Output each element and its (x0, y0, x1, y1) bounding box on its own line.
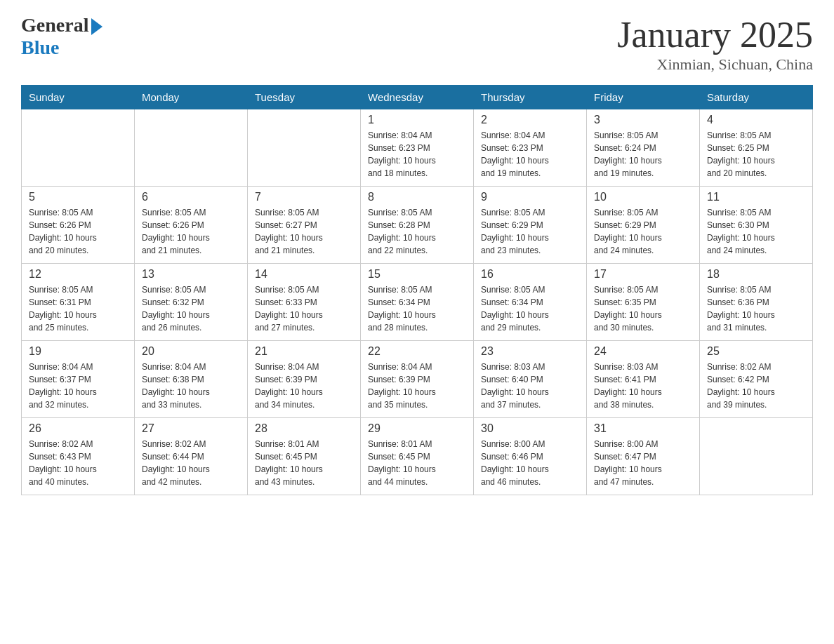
calendar-cell-w4d1: 19Sunrise: 8:04 AM Sunset: 6:37 PM Dayli… (22, 341, 135, 418)
calendar-cell-w4d4: 22Sunrise: 8:04 AM Sunset: 6:39 PM Dayli… (361, 341, 474, 418)
calendar-cell-w5d5: 30Sunrise: 8:00 AM Sunset: 6:46 PM Dayli… (474, 418, 587, 495)
day-number: 22 (368, 345, 466, 358)
logo: General Blue (21, 14, 102, 59)
calendar-cell-w1d1 (22, 109, 135, 187)
calendar-week-2: 5Sunrise: 8:05 AM Sunset: 6:26 PM Daylig… (22, 187, 813, 264)
day-info: Sunrise: 8:04 AM Sunset: 6:23 PM Dayligh… (368, 129, 466, 180)
header-tuesday: Tuesday (248, 86, 361, 109)
day-info: Sunrise: 8:05 AM Sunset: 6:29 PM Dayligh… (481, 206, 579, 257)
day-info: Sunrise: 8:05 AM Sunset: 6:34 PM Dayligh… (368, 283, 466, 334)
day-number: 12 (29, 268, 127, 281)
day-number: 5 (29, 191, 127, 203)
day-info: Sunrise: 8:05 AM Sunset: 6:25 PM Dayligh… (707, 129, 805, 180)
day-info: Sunrise: 8:04 AM Sunset: 6:38 PM Dayligh… (142, 361, 240, 411)
day-info: Sunrise: 8:05 AM Sunset: 6:26 PM Dayligh… (29, 206, 127, 257)
calendar-cell-w5d2: 27Sunrise: 8:02 AM Sunset: 6:44 PM Dayli… (135, 418, 248, 495)
day-number: 10 (594, 191, 692, 203)
day-number: 15 (368, 268, 466, 281)
day-number: 16 (481, 268, 579, 281)
day-number: 4 (707, 114, 805, 126)
day-number: 28 (255, 422, 353, 435)
logo-arrow-icon (91, 18, 102, 35)
calendar-cell-w2d1: 5Sunrise: 8:05 AM Sunset: 6:26 PM Daylig… (22, 187, 135, 264)
day-number: 26 (29, 422, 127, 435)
day-number: 14 (255, 268, 353, 281)
page-header: General Blue January 2025 Xinmian, Sichu… (21, 14, 813, 74)
day-number: 6 (142, 191, 240, 203)
calendar-cell-w5d1: 26Sunrise: 8:02 AM Sunset: 6:43 PM Dayli… (22, 418, 135, 495)
day-info: Sunrise: 8:02 AM Sunset: 6:43 PM Dayligh… (29, 438, 127, 488)
day-number: 7 (255, 191, 353, 203)
day-number: 27 (142, 422, 240, 435)
day-number: 30 (481, 422, 579, 435)
calendar-cell-w2d7: 11Sunrise: 8:05 AM Sunset: 6:30 PM Dayli… (700, 187, 813, 264)
header-friday: Friday (587, 86, 700, 109)
day-info: Sunrise: 8:05 AM Sunset: 6:29 PM Dayligh… (594, 206, 692, 257)
day-info: Sunrise: 8:00 AM Sunset: 6:46 PM Dayligh… (481, 438, 579, 488)
calendar-cell-w2d3: 7Sunrise: 8:05 AM Sunset: 6:27 PM Daylig… (248, 187, 361, 264)
day-info: Sunrise: 8:03 AM Sunset: 6:41 PM Dayligh… (594, 361, 692, 411)
day-info: Sunrise: 8:05 AM Sunset: 6:35 PM Dayligh… (594, 283, 692, 334)
calendar-cell-w1d5: 2Sunrise: 8:04 AM Sunset: 6:23 PM Daylig… (474, 109, 587, 187)
day-number: 21 (255, 345, 353, 358)
calendar-week-5: 26Sunrise: 8:02 AM Sunset: 6:43 PM Dayli… (22, 418, 813, 495)
calendar-cell-w4d6: 24Sunrise: 8:03 AM Sunset: 6:41 PM Dayli… (587, 341, 700, 418)
calendar-cell-w3d3: 14Sunrise: 8:05 AM Sunset: 6:33 PM Dayli… (248, 264, 361, 341)
day-info: Sunrise: 8:02 AM Sunset: 6:44 PM Dayligh… (142, 438, 240, 488)
day-number: 9 (481, 191, 579, 203)
day-info: Sunrise: 8:04 AM Sunset: 6:39 PM Dayligh… (368, 361, 466, 411)
day-info: Sunrise: 8:05 AM Sunset: 6:32 PM Dayligh… (142, 283, 240, 334)
day-number: 1 (368, 114, 466, 126)
logo-general-text: General (21, 14, 88, 36)
calendar-week-4: 19Sunrise: 8:04 AM Sunset: 6:37 PM Dayli… (22, 341, 813, 418)
day-number: 31 (594, 422, 692, 435)
calendar-cell-w5d3: 28Sunrise: 8:01 AM Sunset: 6:45 PM Dayli… (248, 418, 361, 495)
day-info: Sunrise: 8:05 AM Sunset: 6:30 PM Dayligh… (707, 206, 805, 257)
calendar-title: January 2025 (617, 14, 813, 55)
header-sunday: Sunday (22, 86, 135, 109)
header-thursday: Thursday (474, 86, 587, 109)
day-number: 3 (594, 114, 692, 126)
calendar-cell-w5d6: 31Sunrise: 8:00 AM Sunset: 6:47 PM Dayli… (587, 418, 700, 495)
day-number: 25 (707, 345, 805, 358)
day-number: 8 (368, 191, 466, 203)
day-number: 20 (142, 345, 240, 358)
day-info: Sunrise: 8:01 AM Sunset: 6:45 PM Dayligh… (368, 438, 466, 488)
day-info: Sunrise: 8:02 AM Sunset: 6:42 PM Dayligh… (707, 361, 805, 411)
calendar-cell-w4d5: 23Sunrise: 8:03 AM Sunset: 6:40 PM Dayli… (474, 341, 587, 418)
day-number: 29 (368, 422, 466, 435)
day-info: Sunrise: 8:05 AM Sunset: 6:36 PM Dayligh… (707, 283, 805, 334)
logo-blue-text: Blue (21, 36, 59, 59)
calendar-cell-w4d3: 21Sunrise: 8:04 AM Sunset: 6:39 PM Dayli… (248, 341, 361, 418)
day-info: Sunrise: 8:05 AM Sunset: 6:34 PM Dayligh… (481, 283, 579, 334)
title-block: January 2025 Xinmian, Sichuan, China (617, 14, 813, 74)
calendar-cell-w1d7: 4Sunrise: 8:05 AM Sunset: 6:25 PM Daylig… (700, 109, 813, 187)
calendar-cell-w1d4: 1Sunrise: 8:04 AM Sunset: 6:23 PM Daylig… (361, 109, 474, 187)
header-saturday: Saturday (700, 86, 813, 109)
calendar-cell-w1d3 (248, 109, 361, 187)
day-info: Sunrise: 8:03 AM Sunset: 6:40 PM Dayligh… (481, 361, 579, 411)
day-info: Sunrise: 8:05 AM Sunset: 6:24 PM Dayligh… (594, 129, 692, 180)
header-monday: Monday (135, 86, 248, 109)
calendar-week-1: 1Sunrise: 8:04 AM Sunset: 6:23 PM Daylig… (22, 109, 813, 187)
day-number: 2 (481, 114, 579, 126)
calendar-cell-w3d2: 13Sunrise: 8:05 AM Sunset: 6:32 PM Dayli… (135, 264, 248, 341)
day-info: Sunrise: 8:05 AM Sunset: 6:27 PM Dayligh… (255, 206, 353, 257)
day-info: Sunrise: 8:04 AM Sunset: 6:37 PM Dayligh… (29, 361, 127, 411)
calendar-cell-w3d1: 12Sunrise: 8:05 AM Sunset: 6:31 PM Dayli… (22, 264, 135, 341)
day-number: 13 (142, 268, 240, 281)
calendar-cell-w3d6: 17Sunrise: 8:05 AM Sunset: 6:35 PM Dayli… (587, 264, 700, 341)
day-number: 11 (707, 191, 805, 203)
day-number: 17 (594, 268, 692, 281)
day-info: Sunrise: 8:05 AM Sunset: 6:33 PM Dayligh… (255, 283, 353, 334)
calendar-cell-w5d4: 29Sunrise: 8:01 AM Sunset: 6:45 PM Dayli… (361, 418, 474, 495)
calendar-cell-w4d7: 25Sunrise: 8:02 AM Sunset: 6:42 PM Dayli… (700, 341, 813, 418)
day-number: 24 (594, 345, 692, 358)
calendar-table: SundayMondayTuesdayWednesdayThursdayFrid… (21, 85, 813, 495)
calendar-cell-w2d2: 6Sunrise: 8:05 AM Sunset: 6:26 PM Daylig… (135, 187, 248, 264)
calendar-cell-w3d7: 18Sunrise: 8:05 AM Sunset: 6:36 PM Dayli… (700, 264, 813, 341)
day-info: Sunrise: 8:01 AM Sunset: 6:45 PM Dayligh… (255, 438, 353, 488)
calendar-week-3: 12Sunrise: 8:05 AM Sunset: 6:31 PM Dayli… (22, 264, 813, 341)
calendar-cell-w3d4: 15Sunrise: 8:05 AM Sunset: 6:34 PM Dayli… (361, 264, 474, 341)
day-info: Sunrise: 8:00 AM Sunset: 6:47 PM Dayligh… (594, 438, 692, 488)
